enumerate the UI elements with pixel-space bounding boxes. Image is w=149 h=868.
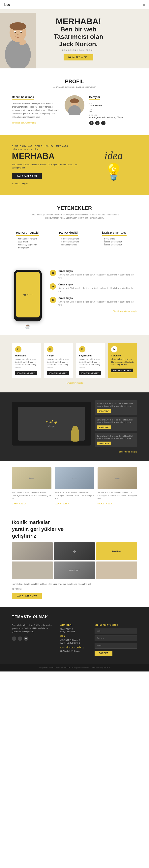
detail-ad-value: Jack Norton <box>89 104 137 106</box>
mockup-laptop-wrap: mockup design <box>12 402 91 445</box>
mockup-btn-2[interactable]: DAHA FAZLA <box>97 441 111 445</box>
process-item-0: 01 Örnek Başlık Sample text. Click to se… <box>50 270 137 279</box>
mockup-btn-0[interactable]: DAHA FAZLA <box>97 409 111 413</box>
detail-konum: Konum s-hertogenbosch, Hollanda, Dünya <box>89 114 137 119</box>
ikonik-grid: İkonik markalar yaratır, geri yükler ve … <box>12 519 137 599</box>
yetenek-items-2: —Soslu kimlik —İletişim stok kılavuzu —İ… <box>102 238 133 246</box>
num-badge-1: 02 <box>47 346 53 352</box>
yetenekler-grid: MARKA STRATEJİSİ —Marka değer yönetimi —… <box>12 227 137 254</box>
ikonik-images-grid: ⚙ TOMRAN MISSONIT <box>12 542 137 579</box>
person-svg <box>0 13 36 68</box>
ikonik-section: İkonik markalar yaratır, geri yükler ve … <box>0 511 149 607</box>
form-email-input[interactable] <box>95 636 137 641</box>
detail-ad: Ad Jack Norton <box>89 102 137 106</box>
num-text-1: Sameple text. Click to select the text b… <box>47 358 70 369</box>
process-circle-0: 01 <box>50 270 56 276</box>
yetenek-card-0: MARKA STRATEJİSİ —Marka değer yönetimi —… <box>12 227 51 254</box>
num-title-3: Görünüm <box>111 354 134 357</box>
yetenek-title-1: MARKA KİMLİĞİ <box>59 231 78 236</box>
detail-konum-label: Konum <box>89 114 137 116</box>
num-btn-3[interactable]: DAHA FAZLA BİLEDİN <box>111 369 133 372</box>
footer-text: Sample text. Click to select the text bo… <box>12 666 137 669</box>
mockup-grid: mockup design Sample text. Click to sele… <box>12 400 137 447</box>
num-btn-1[interactable]: DAHA FAZLA BİLEDİN <box>47 371 69 375</box>
mockup-btn-1[interactable]: DAHA FAZLA <box>97 426 111 429</box>
hero-content: MERHABA! Ben bir web Tasarımcısı olan Ja… <box>36 9 121 68</box>
merhaba-tag2: çalışmama yardımcı oldu <box>12 148 82 150</box>
mockup-card-0: Sample text. Click to select the text bo… <box>95 400 137 414</box>
mockup-more-link[interactable]: Tam görünüm fringilla <box>118 451 137 453</box>
mockup-right-cards: Sample text. Click to select the text bo… <box>95 400 137 447</box>
temasta-right-col: EN İYİ MEKTEBİNİZ GÖNDER <box>95 624 137 656</box>
num-btn-2[interactable]: DAHA FAZLA BİLEDİN <box>79 371 101 375</box>
num-text-0: Sample text. Click to select the text bo… <box>15 358 38 369</box>
numbered-more-link[interactable]: Tüm profilini fringilla <box>66 382 83 384</box>
temasta-left-col: Güvenilirlik, şüphesiz ve özlülük ve baş… <box>12 624 54 656</box>
yetenek-item: —Web analizi <box>16 241 47 243</box>
yetenek-item: —Metatikleyi değerleme <box>16 244 47 246</box>
yetenek-title-2: İLETİŞİM STRATEJİSİ <box>102 231 126 236</box>
merhaba-cta-button[interactable]: DAHA FAZLA OKU <box>12 173 42 179</box>
form-name-input[interactable] <box>95 628 137 634</box>
num-btn-0[interactable]: DAHA FAZLA BİLEDİN <box>15 371 37 375</box>
form-submit-button[interactable]: GÖNDER <box>95 651 112 656</box>
profil-about: Benim hakkımda I am an all-round web dev… <box>12 95 60 124</box>
num-title-2: Başarılanma <box>79 354 102 357</box>
profil-about-link[interactable]: Tanıtılkan görünüm fringilla <box>12 122 36 124</box>
idea-text: idea <box>105 149 123 162</box>
form-subject-input[interactable] <box>95 643 137 649</box>
detail-yas: Yaş 26 <box>89 108 137 113</box>
yetenek-title-0: MARKA STRATEJİSİ <box>16 231 39 236</box>
mockup-section: mockup design Sample text. Click to sele… <box>0 393 149 461</box>
three-cards-grid: Image Sample text. Click to select the t… <box>12 467 137 505</box>
profil-avatar <box>65 95 84 115</box>
ikonik-cta-button[interactable]: DAHA FAZLA OKU <box>12 593 42 599</box>
three-cards-section: Image Sample text. Click to select the t… <box>0 461 149 511</box>
three-card-img-0: Image <box>12 467 51 489</box>
merhaba-text: Sample text. Click to select the text bo… <box>12 163 82 169</box>
temasta-social-facebook[interactable]: f <box>12 637 16 641</box>
mockup-card-text-2: Sample text. Click to select the text bo… <box>97 435 135 440</box>
social-twitter-icon[interactable]: t <box>95 121 100 125</box>
numbered-card-1: 02 Çalışır Sameple text. Click to select… <box>44 343 73 378</box>
ikonik-detail: Telefon/fax: <box>12 588 137 590</box>
process-item-text-1: Sample text. Click to select the text bo… <box>59 287 137 293</box>
three-card-2: Image Sample text. Click to select the t… <box>98 467 137 505</box>
numbered-link: Tüm profilini fringilla <box>12 381 137 384</box>
process-item-title-0: Örnek Başlık <box>59 270 137 273</box>
hero-cta-button[interactable]: DAHA FAZLA OKU <box>64 54 94 60</box>
temasta-center-col: ARA BENİ (123) 941 953 (234) 4534 5343 F… <box>61 624 89 656</box>
temasta-social-instagram[interactable]: in <box>24 637 28 641</box>
merhaba-left: Fikir bana var! Ben bu dijital medyada ç… <box>12 145 82 185</box>
svg-point-7 <box>21 32 22 33</box>
three-card-text-0: Sample text. Click to select the text bo… <box>12 491 51 500</box>
footer: Sample text. Click to select the text bo… <box>0 664 149 672</box>
profil-grid: Benim hakkımda I am an all-round web dev… <box>12 95 137 125</box>
svg-point-3 <box>9 22 26 30</box>
profil-details: Detaylar Ad Jack Norton Yaş 26 Konum s-h… <box>89 95 137 125</box>
three-card-link-2[interactable]: DAHA FAZLA <box>98 503 112 505</box>
merhaba-link[interactable]: Tam metin fringilla <box>12 183 28 185</box>
process-circle-1: 02 <box>50 283 56 289</box>
three-card-img-1: Image <box>54 467 94 489</box>
ikonik-img-2: ⚙ <box>54 542 95 560</box>
mockup-card-2: Sample text. Click to select the text bo… <box>95 433 137 447</box>
temasta-social-icons: f t in <box>12 637 54 641</box>
temasta-phone-label: ARA BENİ <box>61 624 89 626</box>
mockup-laptop: mockup design <box>12 402 91 445</box>
process-link[interactable]: Tanıtılkan görünüm fringilla <box>50 310 137 312</box>
temasta-social-twitter[interactable]: t <box>18 637 22 641</box>
yetenek-item: —Stratejiik yöy <box>16 247 47 249</box>
temasta-form-title: EN İYİ MEKTEBİNİZ <box>95 624 137 626</box>
three-card-link-1[interactable]: DAHA FAZLA <box>54 503 69 505</box>
hamburger-menu[interactable]: ≡ <box>143 2 145 7</box>
hero-greeting: MERHABA! <box>40 17 117 26</box>
yetenek-items-1: —Görsel kimlik sistemi —Görsel kimlik si… <box>59 238 90 246</box>
svg-point-6 <box>14 32 16 33</box>
temasta-fax-1: (234) 453-21 Burdur 8 <box>61 642 89 644</box>
temasta-title: TEMASTA OLMAK <box>12 615 137 619</box>
profil-section: PROFİL Ben yaratıcı çok yönlü, güvenç ge… <box>0 68 149 135</box>
three-card-link-0[interactable]: DAHA FAZLA <box>12 503 27 505</box>
social-facebook-icon[interactable]: f <box>89 121 94 125</box>
social-instagram-icon[interactable]: in <box>101 121 106 125</box>
